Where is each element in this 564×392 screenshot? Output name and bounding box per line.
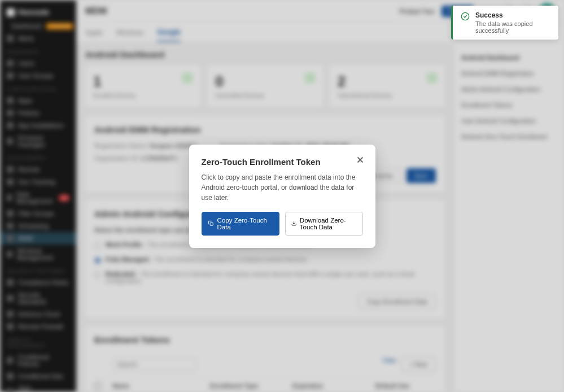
success-icon	[461, 12, 470, 23]
download-zero-touch-button[interactable]: Download Zero-Touch Data	[285, 212, 363, 236]
zero-touch-modal: Zero-Touch Enrollment Token Click to cop…	[189, 145, 375, 248]
copy-zero-touch-button[interactable]: Copy Zero-Touch Data	[202, 212, 279, 236]
modal-body: Click to copy and paste the enrollment d…	[202, 172, 363, 203]
download-icon	[291, 220, 296, 227]
modal-title: Zero-Touch Enrollment Token	[202, 157, 363, 167]
svg-rect-0	[210, 223, 213, 225]
close-icon[interactable]	[355, 155, 365, 167]
copy-icon	[208, 220, 214, 227]
toast-message: The data was copied successfully	[475, 20, 550, 34]
success-toast: Success The data was copied successfully	[451, 6, 558, 40]
svg-point-1	[461, 12, 469, 20]
toast-title: Success	[475, 11, 550, 19]
modal-overlay[interactable]: Zero-Touch Enrollment Token Click to cop…	[0, 0, 564, 392]
